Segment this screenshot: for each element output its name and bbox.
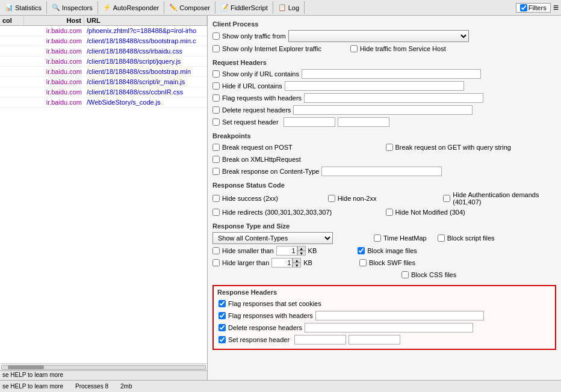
- hide-larger-value[interactable]: [271, 258, 293, 268]
- hide-if-url-input[interactable]: [285, 81, 464, 91]
- session-protocol: [0, 81, 24, 82]
- set-request-checkbox[interactable]: [212, 118, 220, 126]
- toolbar-right: Filters ≡: [516, 2, 561, 13]
- session-protocol: [0, 40, 24, 41]
- delete-response-checkbox[interactable]: [219, 324, 226, 331]
- sessions-list[interactable]: ir.baidu.com /phoenix.zhtml?c=188488&p=i…: [0, 26, 207, 363]
- hide-not-modified-checkbox[interactable]: [386, 209, 393, 216]
- table-row[interactable]: ir.baidu.com /client/18/188488/css/ccbnI…: [0, 87, 207, 97]
- spinner-up-larger[interactable]: ▲: [293, 258, 301, 263]
- spinner-down-larger[interactable]: ▼: [293, 263, 301, 268]
- autoresponder-icon: ⚡: [103, 4, 111, 11]
- block-image-checkbox[interactable]: [358, 247, 365, 254]
- table-row[interactable]: ir.baidu.com /client/18/188488/css/boots…: [0, 36, 207, 46]
- block-script-checkbox[interactable]: [438, 234, 445, 242]
- statistics-icon: 📊: [5, 4, 13, 11]
- table-row[interactable]: ir.baidu.com /phoenix.zhtml?c=188488&p=i…: [0, 26, 207, 36]
- sessions-scrollbar[interactable]: [0, 363, 207, 370]
- status-row2: Hide redirects (300,301,302,303,307) Hid…: [212, 207, 556, 218]
- tab-log[interactable]: 📋 Log: [273, 1, 305, 14]
- table-row[interactable]: ir.baidu.com /client/18/188488/css/irbai…: [0, 46, 207, 57]
- flag-response-headers-input[interactable]: [315, 311, 484, 320]
- flag-cookies-row: Flag responses that set cookies: [217, 298, 551, 309]
- break-post-checkbox[interactable]: [212, 144, 220, 151]
- content-type-dropdown[interactable]: Show all Content-Types Show only IMAGE/*…: [212, 232, 333, 244]
- show-only-url-input[interactable]: [302, 69, 481, 79]
- larger-and-swf-row: Hide larger than ▲ ▼ KB Block SWF files: [212, 257, 556, 268]
- tab-fiddlerscript-label: FiddlerScript: [231, 4, 268, 11]
- help-text: se HELP to learn more: [2, 372, 63, 378]
- sessions-panel: col Host URL ir.baidu.com /phoenix.zhtml…: [0, 16, 208, 380]
- hide-smaller-value[interactable]: [276, 246, 297, 256]
- show-only-traffic-checkbox[interactable]: [212, 32, 220, 40]
- spinner-down[interactable]: ▼: [297, 251, 306, 256]
- delete-response-input[interactable]: [305, 323, 473, 332]
- hide-redirects-checkbox[interactable]: [212, 209, 220, 216]
- hide-larger-spinner[interactable]: ▲ ▼: [271, 258, 301, 268]
- show-only-ie-checkbox[interactable]: [212, 45, 220, 52]
- hide-non2xx-checkbox[interactable]: [328, 195, 335, 202]
- hide-smaller-checkbox[interactable]: [212, 247, 220, 254]
- hide-auth-checkbox[interactable]: [443, 195, 450, 202]
- delete-request-input[interactable]: [293, 105, 473, 115]
- session-host: ir.baidu.com: [24, 47, 84, 55]
- filters-checkbox[interactable]: [520, 4, 527, 11]
- break-response-checkbox[interactable]: [212, 168, 220, 175]
- flag-requests-input[interactable]: [304, 93, 483, 103]
- set-response-checkbox[interactable]: [219, 336, 226, 343]
- content-type-row: Show all Content-Types Show only IMAGE/*…: [212, 232, 556, 244]
- session-protocol: [0, 91, 24, 93]
- set-request-input2[interactable]: [338, 117, 389, 127]
- hide-success-label: Hide success (2xx): [222, 195, 278, 202]
- spinner-up[interactable]: ▲: [297, 246, 306, 251]
- break-get-checkbox[interactable]: [386, 144, 393, 151]
- table-row[interactable]: ir.baidu.com /WebSideStory/s_code.js: [0, 97, 207, 108]
- hide-auth-label: Hide Authentication demands (401,407): [453, 191, 556, 206]
- hide-smaller-spinner[interactable]: ▲ ▼: [276, 246, 306, 256]
- set-response-input2[interactable]: [349, 335, 400, 345]
- menu-icon[interactable]: ≡: [553, 2, 559, 13]
- tab-autoresponder[interactable]: ⚡ AutoResponder: [98, 1, 164, 14]
- delete-response-row: Delete response headers: [217, 322, 551, 333]
- session-protocol: [0, 51, 24, 52]
- table-row[interactable]: ir.baidu.com /client/18/188488/script/jq…: [0, 57, 207, 67]
- hide-success-checkbox[interactable]: [212, 195, 220, 202]
- response-status-title: Response Status Code: [212, 182, 556, 189]
- fiddlerscript-icon: 📝: [220, 4, 229, 11]
- session-host: ir.baidu.com: [24, 26, 84, 35]
- scrollbar-thumb[interactable]: [8, 366, 44, 369]
- tab-composer[interactable]: ✏️ Composer: [164, 1, 215, 14]
- break-xml-checkbox[interactable]: [212, 156, 220, 163]
- scrollbar-track[interactable]: [1, 365, 206, 370]
- flag-requests-checkbox[interactable]: [212, 94, 220, 102]
- session-host: ir.baidu.com: [24, 37, 84, 45]
- tab-fiddlerscript[interactable]: 📝 FiddlerScript: [215, 1, 273, 14]
- hide-if-url-checkbox[interactable]: [212, 82, 220, 90]
- hide-larger-checkbox[interactable]: [212, 259, 220, 266]
- show-only-traffic-row: Show only traffic from: [212, 30, 556, 42]
- hide-if-url-row: Hide if URL contains: [212, 81, 556, 91]
- filters-button[interactable]: Filters: [516, 3, 551, 13]
- set-request-label: Set request header: [222, 118, 279, 126]
- set-request-input1[interactable]: [284, 117, 335, 127]
- set-request-row: Set request header: [212, 117, 556, 127]
- traffic-from-dropdown[interactable]: [288, 30, 469, 42]
- table-row[interactable]: ir.baidu.com /client/18/188488/css/boots…: [0, 67, 207, 77]
- block-css-checkbox[interactable]: [401, 271, 409, 278]
- tab-inspectors[interactable]: 🔍 Inspectors: [47, 1, 98, 14]
- flag-cookies-checkbox[interactable]: [219, 300, 226, 307]
- show-only-url-checkbox[interactable]: [212, 70, 220, 78]
- table-row[interactable]: ir.baidu.com /client/18/188488/script/ir…: [0, 77, 207, 87]
- session-host: ir.baidu.com: [24, 98, 84, 106]
- set-response-input1[interactable]: [294, 335, 346, 345]
- time-heatmap-checkbox[interactable]: [374, 234, 381, 242]
- hide-traffic-service-checkbox[interactable]: [350, 45, 358, 52]
- break-response-input[interactable]: [321, 167, 442, 176]
- delete-request-checkbox[interactable]: [212, 106, 220, 114]
- set-response-label: Set response header: [228, 336, 290, 343]
- flag-response-headers-checkbox[interactable]: [219, 312, 226, 319]
- status-help-text: se HELP to learn more: [2, 383, 63, 390]
- tab-statistics[interactable]: 📊 Statistics: [0, 1, 47, 14]
- break-response-label: Break response on Content-Type: [222, 168, 319, 175]
- block-swf-checkbox[interactable]: [359, 259, 367, 266]
